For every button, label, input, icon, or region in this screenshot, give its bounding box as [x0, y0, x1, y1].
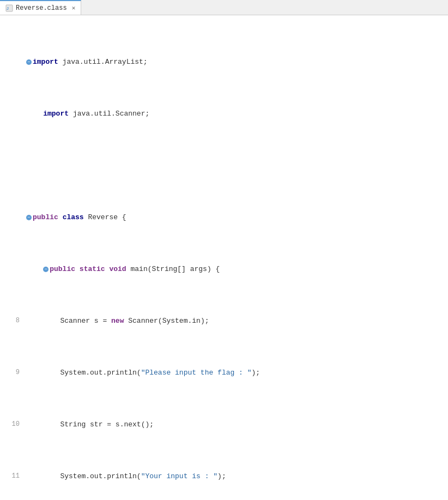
- line-content: −public static void main(String[] args) …: [24, 264, 448, 274]
- svg-text:J: J: [7, 7, 9, 10]
- fold-icon[interactable]: −: [26, 59, 32, 65]
- line-content: System.out.println("Please input the fla…: [24, 368, 448, 378]
- active-tab[interactable]: J Reverse.class ✕: [0, 0, 81, 15]
- line-content: System.out.println("Your input is : ");: [24, 471, 448, 481]
- line-content: [24, 160, 448, 171]
- java-file-icon: J: [5, 4, 13, 12]
- code-area[interactable]: −import java.util.ArrayList; import java…: [0, 15, 448, 500]
- fold-icon[interactable]: −: [43, 267, 49, 272]
- code-line: 10 String str = s.next();: [7, 419, 448, 430]
- editor-container[interactable]: −import java.util.ArrayList; import java…: [0, 15, 448, 500]
- line-content: String str = s.next();: [24, 419, 448, 430]
- tab-label: Reverse.class: [16, 4, 67, 12]
- tab-bar: J Reverse.class ✕: [0, 0, 448, 15]
- fold-icon[interactable]: −: [26, 215, 32, 220]
- code-line: −import java.util.ArrayList;: [7, 57, 448, 67]
- code-line: −public class Reverse {: [7, 212, 448, 222]
- line-number: 10: [7, 419, 24, 430]
- line-content: Scanner s = new Scanner(System.in);: [24, 316, 448, 326]
- code-line: [7, 160, 448, 171]
- code-line: 11 System.out.println("Your input is : "…: [7, 471, 448, 481]
- line-number: 8: [7, 316, 24, 326]
- line-content: −import java.util.ArrayList;: [24, 57, 448, 67]
- code-line: −public static void main(String[] args) …: [7, 264, 448, 274]
- line-content: −public class Reverse {: [24, 212, 448, 222]
- tab-close[interactable]: ✕: [72, 4, 76, 11]
- code-line: 8 Scanner s = new Scanner(System.in);: [7, 316, 448, 326]
- code-line: 9 System.out.println("Please input the f…: [7, 368, 448, 378]
- line-content: import java.util.Scanner;: [24, 109, 448, 119]
- line-number: 9: [7, 368, 24, 378]
- line-number: 11: [7, 471, 24, 481]
- editor-window: J Reverse.class ✕ −import java.util.Arra…: [0, 0, 448, 500]
- code-line: import java.util.Scanner;: [7, 109, 448, 119]
